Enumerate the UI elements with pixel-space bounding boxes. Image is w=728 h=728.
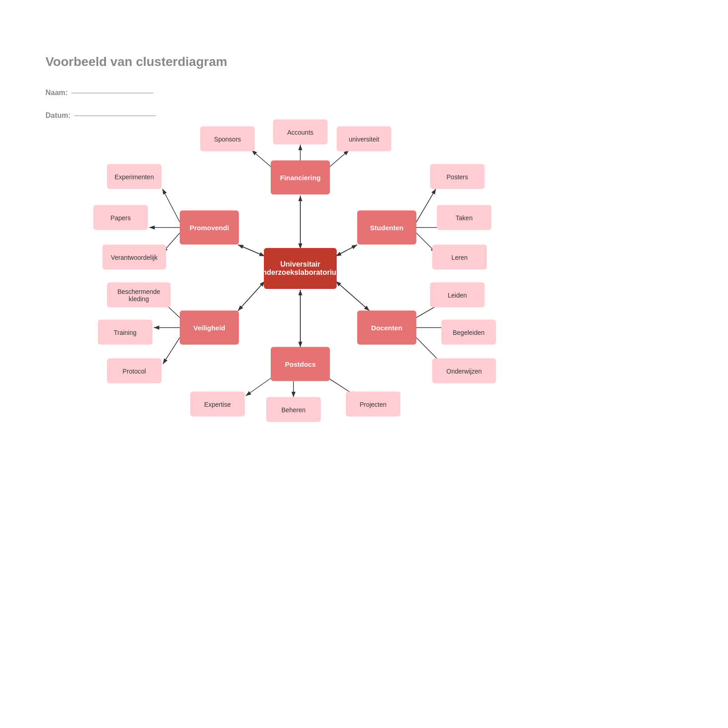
node-studenten[interactable]: Studenten <box>357 211 416 245</box>
datum-underline <box>74 116 156 116</box>
node-projecten[interactable]: Projecten <box>346 392 400 417</box>
node-beschermende[interactable]: Beschermende kleding <box>107 283 171 308</box>
node-training[interactable]: Training <box>98 320 152 345</box>
node-experimenten[interactable]: Experimenten <box>107 164 162 189</box>
svg-line-12 <box>336 245 357 256</box>
svg-line-21 <box>163 338 180 364</box>
node-sponsors[interactable]: Sponsors <box>200 126 255 152</box>
svg-line-6 <box>238 281 265 311</box>
node-veiligheid[interactable]: Veiligheid <box>180 311 239 345</box>
naam-underline <box>71 93 153 93</box>
node-beheren[interactable]: Beheren <box>266 397 321 422</box>
svg-line-3 <box>238 245 265 256</box>
naam-label: Naam: <box>46 89 68 97</box>
node-leren[interactable]: Leren <box>432 245 487 270</box>
svg-line-4 <box>238 245 265 256</box>
svg-line-22 <box>246 378 272 396</box>
node-financiering[interactable]: Financiering <box>271 161 330 195</box>
svg-line-10 <box>336 281 369 311</box>
svg-line-28 <box>416 189 436 222</box>
node-expertise[interactable]: Expertise <box>190 392 245 417</box>
node-docenten[interactable]: Docenten <box>357 311 416 345</box>
svg-line-15 <box>329 150 349 167</box>
svg-line-14 <box>252 150 272 167</box>
naam-field: Naam: <box>46 89 153 97</box>
svg-line-9 <box>336 281 369 311</box>
node-begeleiden[interactable]: Begeleiden <box>441 320 496 345</box>
node-verantwoordelijk[interactable]: Verantwoordelijk <box>102 245 166 270</box>
node-papers[interactable]: Papers <box>93 205 148 230</box>
node-center[interactable]: Universitair onderzoekslaboratorium <box>264 248 337 289</box>
svg-line-16 <box>162 189 180 222</box>
node-postdocs[interactable]: Postdocs <box>271 347 330 381</box>
node-promovendi[interactable]: Promovendi <box>180 211 239 245</box>
node-accounts[interactable]: Accounts <box>273 120 328 145</box>
node-posters[interactable]: Posters <box>430 164 485 189</box>
node-protocol[interactable]: Protocol <box>107 359 162 384</box>
node-universiteit[interactable]: universiteit <box>337 126 391 152</box>
datum-field: Datum: <box>46 111 156 120</box>
datum-label: Datum: <box>46 111 71 120</box>
node-taken[interactable]: Taken <box>437 205 491 230</box>
node-leiden[interactable]: Leiden <box>430 283 485 308</box>
svg-line-5 <box>238 281 265 311</box>
svg-line-11 <box>336 245 357 256</box>
node-onderwijzen[interactable]: Onderwijzen <box>432 359 496 384</box>
page-title: Voorbeeld van clusterdiagram <box>46 55 227 69</box>
